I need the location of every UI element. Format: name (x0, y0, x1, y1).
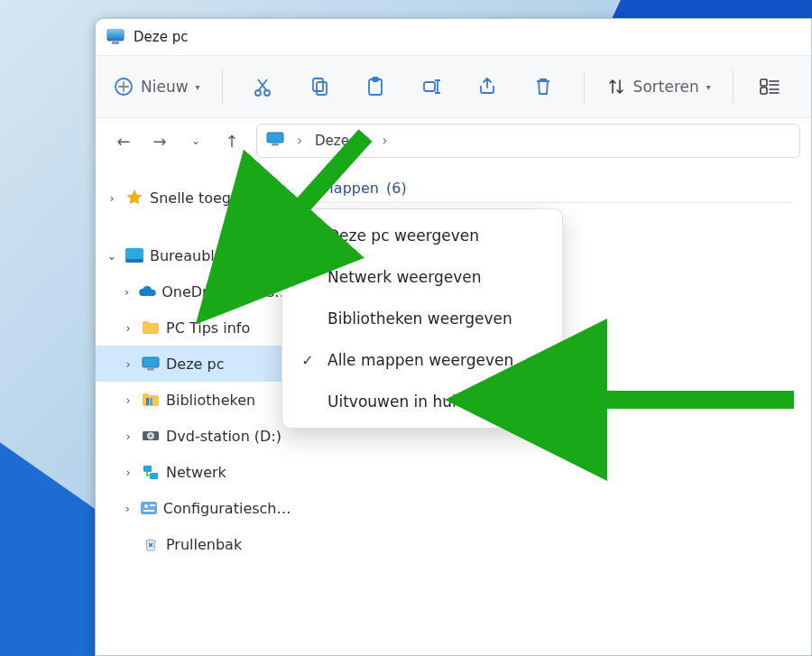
control-panel-icon (140, 501, 158, 515)
chevron-down-icon: ▾ (196, 82, 200, 92)
menu-item-label: Netwerk weergeven (328, 268, 482, 286)
breadcrumb-item[interactable]: Deze pc (315, 133, 369, 149)
tree-label: Deze pc (166, 356, 224, 373)
svg-rect-16 (125, 259, 143, 263)
tree-item-desktop[interactable]: ⌄ Bureaublad (96, 237, 293, 273)
share-button[interactable] (461, 67, 513, 106)
tree-item-onedrive[interactable]: › OneDrive - Persoonlijk (96, 273, 293, 310)
menu-item-label: Bibliotheken weergeven (328, 310, 512, 328)
tree-label: OneDrive - Persoonlijk (161, 283, 293, 300)
toolbar: Nieuw ▾ Sorteren ▾ (96, 55, 811, 118)
sort-button[interactable]: Sorteren ▾ (599, 67, 718, 106)
svg-rect-19 (146, 398, 149, 405)
svg-rect-28 (150, 504, 155, 506)
svg-rect-17 (143, 357, 159, 367)
onedrive-icon (138, 285, 156, 298)
menu-item-label: Alle mappen weergeven (328, 351, 513, 369)
svg-rect-11 (761, 79, 767, 86)
delete-button[interactable] (517, 67, 569, 106)
group-header-label: Mappen (321, 180, 379, 197)
copy-button[interactable] (293, 67, 346, 106)
tree-label: Snelle toegang (150, 189, 258, 207)
svg-rect-18 (147, 368, 154, 371)
expand-collapse-icon[interactable]: › (121, 357, 135, 371)
group-header-folders[interactable]: ⌄ Mappen (6) (301, 178, 793, 203)
tree-item-quick-access[interactable]: › Snelle toegang (96, 180, 293, 216)
star-icon (125, 189, 144, 206)
breadcrumb-chevron-icon: › (297, 133, 302, 149)
sort-button-label: Sorteren (633, 78, 699, 96)
tree-label: Netwerk (166, 464, 226, 481)
expand-collapse-icon[interactable]: › (121, 466, 135, 479)
tree-item-control-panel[interactable]: › Configuratiescherm (96, 490, 293, 526)
up-button[interactable]: ↑ (220, 129, 244, 152)
optical-drive-icon (141, 429, 161, 443)
svg-rect-6 (313, 79, 323, 91)
this-pc-icon (266, 132, 284, 150)
libraries-icon (141, 393, 161, 407)
tree-label: Prullenbak (166, 536, 242, 553)
explorer-body: › Snelle toegang ⌄ Bureaublad › One (96, 163, 811, 655)
checkmark-icon: ✓ (299, 227, 317, 245)
tree-item-dvd[interactable]: › Dvd-station (D:) (96, 418, 293, 454)
expand-collapse-icon[interactable]: › (121, 430, 135, 443)
toolbar-separator (733, 69, 734, 104)
svg-rect-12 (761, 88, 767, 94)
expand-collapse-icon[interactable]: › (121, 502, 134, 515)
navigation-pane-context-menu: ✓ Deze pc weergeven ✓ Netwerk weergeven … (281, 208, 563, 429)
menu-item-expand-current[interactable]: Uitvouwen in huidige map (286, 381, 558, 422)
svg-rect-10 (424, 82, 435, 91)
menu-item-show-all-folders[interactable]: ✓ Alle mappen weergeven (286, 339, 558, 381)
address-bar[interactable]: › Deze pc › (256, 124, 800, 158)
folder-icon (141, 320, 161, 335)
this-pc-icon (106, 29, 125, 45)
recent-locations-button[interactable]: ⌄ (184, 129, 208, 152)
new-button-label: Nieuw (141, 78, 189, 96)
svg-rect-24 (143, 466, 152, 472)
rename-button[interactable] (405, 67, 457, 106)
view-button[interactable] (748, 67, 791, 106)
menu-item-show-libraries[interactable]: Bibliotheken weergeven (286, 298, 558, 339)
expand-collapse-icon[interactable]: ⌄ (105, 249, 119, 263)
network-icon (141, 465, 161, 480)
menu-item-show-this-pc[interactable]: ✓ Deze pc weergeven (286, 215, 558, 256)
tree-item-recycle-bin[interactable]: Prullenbak (96, 526, 293, 562)
titlebar: Deze pc (96, 19, 811, 55)
chevron-down-icon: ⌄ (305, 182, 314, 195)
window-title: Deze pc (134, 29, 188, 45)
svg-rect-15 (125, 248, 143, 261)
svg-rect-2 (112, 42, 119, 44)
checkmark-icon: ✓ (299, 352, 317, 369)
menu-item-show-network[interactable]: ✓ Netwerk weergeven (286, 256, 558, 298)
cut-button[interactable] (237, 67, 290, 106)
svg-rect-20 (150, 398, 152, 405)
navigation-row: ← → ⌄ ↑ › Deze pc › (96, 118, 811, 163)
back-button[interactable]: ← (112, 129, 135, 152)
tree-label: Bibliotheken (166, 392, 255, 409)
tree-item-this-pc[interactable]: › Deze pc (96, 346, 293, 382)
new-button[interactable]: Nieuw ▾ (106, 67, 208, 106)
svg-rect-13 (267, 133, 283, 143)
expand-collapse-icon[interactable]: › (105, 191, 119, 205)
paste-button[interactable] (349, 67, 401, 106)
svg-point-23 (150, 435, 152, 437)
forward-button[interactable]: → (148, 129, 171, 152)
svg-rect-7 (317, 82, 327, 95)
tree-item-folder[interactable]: › PC Tips info (96, 310, 293, 346)
expand-collapse-icon[interactable]: › (121, 321, 135, 335)
svg-rect-26 (141, 502, 157, 514)
tree-label: Configuratiescherm (163, 500, 293, 517)
explorer-window: Deze pc Nieuw ▾ Sorteren (95, 18, 812, 656)
tree-item-network[interactable]: › Netwerk (96, 454, 293, 490)
expand-collapse-icon[interactable]: › (121, 285, 133, 299)
recycle-bin-icon (141, 536, 161, 552)
breadcrumb-chevron-icon: › (382, 133, 387, 149)
expand-collapse-icon[interactable]: › (121, 393, 135, 407)
tree-item-libraries[interactable]: › Bibliotheken (96, 382, 293, 418)
svg-rect-29 (143, 510, 154, 512)
svg-rect-25 (150, 473, 158, 479)
chevron-down-icon: ▾ (706, 82, 711, 92)
menu-item-label: Uitvouwen in huidige map (328, 393, 529, 411)
tree-label: Bureaublad (150, 247, 233, 264)
toolbar-separator (584, 69, 585, 104)
